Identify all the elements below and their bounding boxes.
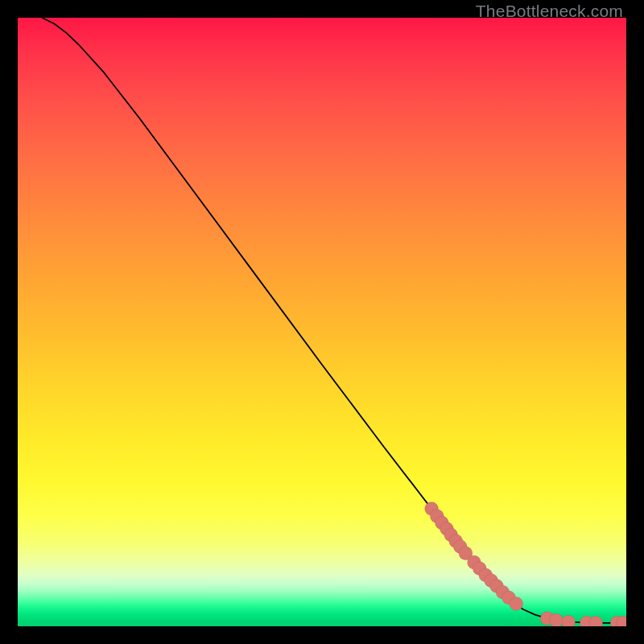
- data-point: [510, 597, 523, 611]
- data-point: [550, 613, 564, 626]
- data-point: [562, 615, 576, 626]
- curve-line: [42, 18, 623, 623]
- plot-area: [18, 18, 626, 626]
- scatter-points: [425, 502, 626, 626]
- chart-frame: TheBottleneck.com: [0, 0, 644, 644]
- watermark-text: TheBottleneck.com: [476, 2, 623, 21]
- chart-svg: [18, 18, 626, 626]
